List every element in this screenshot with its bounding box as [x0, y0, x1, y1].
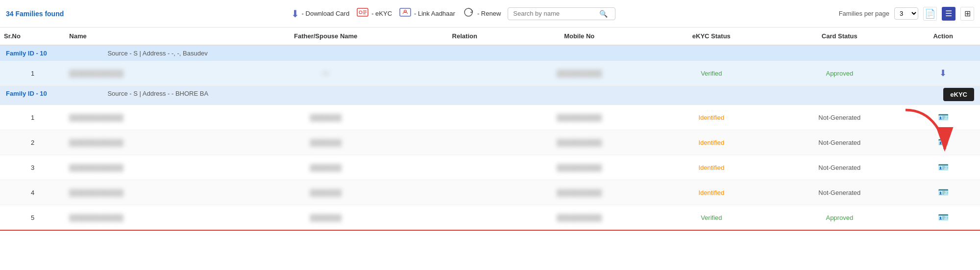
grid-icon: ⊞ — [964, 9, 971, 18]
cell-card-status: Approved — [773, 61, 906, 86]
list-icon: ☰ — [945, 9, 952, 18]
family2-meta: Source - S | Address - - BHORE BA — [107, 90, 208, 97]
ekyc-icon — [356, 6, 369, 21]
download-card-button[interactable]: ⬇ - Download Card — [291, 8, 350, 20]
col-header-ekyc: eKYC Status — [650, 27, 773, 45]
cell-card-status: Not-Generated — [773, 130, 906, 155]
ekyc-popup: eKYC — [943, 88, 974, 101]
link-aadhaar-icon — [399, 6, 412, 21]
cell-name: ████████████ — [65, 61, 231, 86]
search-box[interactable]: 🔍 — [508, 7, 615, 20]
renew-icon — [462, 6, 475, 21]
cell-name: ████████████ — [65, 105, 231, 130]
link-aadhaar-button[interactable]: - Link Aadhaar — [399, 6, 455, 21]
cell-action[interactable]: 🪪 — [906, 130, 980, 155]
cell-card-status: Not-Generated — [773, 105, 906, 130]
data-table-container: Sr.No Name Father/Spouse Name Relation M… — [0, 27, 980, 231]
cell-ekyc-status: Verified — [650, 61, 773, 86]
per-page-select[interactable]: 3 5 10 — [894, 7, 918, 20]
cell-relation — [421, 155, 509, 180]
cell-mobile: ██████████ — [509, 61, 650, 86]
cell-mobile: ██████████ — [509, 205, 650, 231]
pdf-export-button[interactable]: 📄 — [923, 7, 937, 21]
renew-label: - Renew — [477, 10, 501, 17]
cell-name: ████████████ — [65, 180, 231, 205]
cell-action[interactable]: 🪪 — [906, 205, 980, 231]
cell-name: ████████████ — [65, 205, 231, 231]
ekyc-action-button-2[interactable]: 🪪 — [936, 135, 951, 150]
list-view-button[interactable]: ☰ — [942, 7, 956, 21]
cell-mobile: ██████████ — [509, 130, 650, 155]
cell-relation — [421, 180, 509, 205]
family-row-1: Family ID - 10 Source - S | Address - -,… — [0, 45, 980, 61]
toolbar-right: Families per page 3 5 10 📄 ☰ ⊞ — [839, 7, 974, 21]
family1-id-label: Family ID - 10 — [6, 50, 49, 57]
cell-card-status: Not-Generated — [773, 155, 906, 180]
renew-button[interactable]: - Renew — [462, 6, 501, 21]
cell-sr: 5 — [0, 205, 65, 231]
table-row: 1 ████████████ 89 ██████████ Verified Ap… — [0, 61, 980, 86]
cell-sr: 2 — [0, 130, 65, 155]
table-row: 2 ████████████ ███████ ██████████ Identi… — [0, 130, 980, 155]
ekyc-action-button-5[interactable]: 🪪 — [936, 210, 951, 225]
svg-point-1 — [359, 11, 362, 14]
cell-action[interactable]: 🪪 — [906, 180, 980, 205]
ekyc-label: - eKYC — [371, 10, 392, 17]
ekyc-action-button-1[interactable]: 🪪 — [936, 110, 951, 125]
cell-sr: 4 — [0, 180, 65, 205]
cell-ekyc-status: Identified — [650, 130, 773, 155]
col-header-srno: Sr.No — [0, 27, 65, 45]
cell-father: 89 — [231, 61, 421, 86]
cell-father: ███████ — [231, 205, 421, 231]
ekyc-action-button-4[interactable]: 🪪 — [936, 185, 951, 200]
family1-meta: Source - S | Address - -, -, Basudev — [107, 50, 207, 57]
grid-view-button[interactable]: ⊞ — [960, 7, 974, 21]
col-header-name: Name — [65, 27, 231, 45]
cell-relation — [421, 105, 509, 130]
ekyc-button[interactable]: - eKYC — [356, 6, 392, 21]
pdf-icon: 📄 — [925, 8, 935, 19]
cell-relation — [421, 130, 509, 155]
table-row: 4 ████████████ ███████ ██████████ Identi… — [0, 180, 980, 205]
cell-name: ████████████ — [65, 155, 231, 180]
family2-id-label: Family ID - 10 — [6, 90, 49, 97]
col-header-card: Card Status — [773, 27, 906, 45]
cell-father: ███████ — [231, 105, 421, 130]
search-icon: 🔍 — [599, 10, 608, 18]
ekyc-action-button-3[interactable]: 🪪 — [936, 160, 951, 175]
cell-father: ███████ — [231, 155, 421, 180]
col-header-action: Action — [906, 27, 980, 45]
families-count: 34 Families found — [6, 10, 64, 18]
cell-relation — [421, 205, 509, 231]
table-row: 1 ████████████ ███████ ██████████ Identi… — [0, 105, 980, 130]
families-table: Sr.No Name Father/Spouse Name Relation M… — [0, 27, 980, 231]
toolbar-actions: ⬇ - Download Card - eKYC — [75, 6, 831, 21]
cell-mobile: ██████████ — [509, 105, 650, 130]
link-aadhaar-label: - Link Aadhaar — [414, 10, 455, 17]
cell-mobile: ██████████ — [509, 155, 650, 180]
family1-id-text: Family ID - 10 — [6, 50, 47, 57]
table-header-row: Sr.No Name Father/Spouse Name Relation M… — [0, 27, 980, 45]
cell-action[interactable]: 🪪 — [906, 105, 980, 130]
cell-father: ███████ — [231, 180, 421, 205]
cell-card-status: Not-Generated — [773, 180, 906, 205]
family2-id-text: Family ID - 10 — [6, 90, 47, 97]
cell-father: ███████ — [231, 130, 421, 155]
search-input[interactable] — [513, 10, 596, 17]
download-action-button[interactable]: ⬇ — [936, 66, 951, 81]
cell-card-status: Approved — [773, 205, 906, 231]
cell-mobile: ██████████ — [509, 180, 650, 205]
col-header-mobile: Mobile No — [509, 27, 650, 45]
table-row: 5 ████████████ ███████ ██████████ Verifi… — [0, 205, 980, 231]
col-header-relation: Relation — [421, 27, 509, 45]
cell-relation — [421, 61, 509, 86]
table-row: 3 ████████████ ███████ ██████████ Identi… — [0, 155, 980, 180]
cell-sr: 1 — [0, 61, 65, 86]
cell-action[interactable]: ⬇ — [906, 61, 980, 86]
cell-action[interactable]: 🪪 — [906, 155, 980, 180]
cell-sr: 3 — [0, 155, 65, 180]
col-header-father: Father/Spouse Name — [231, 27, 421, 45]
svg-point-6 — [404, 10, 407, 13]
cell-ekyc-status: Verified — [650, 205, 773, 231]
cell-ekyc-status: Identified — [650, 155, 773, 180]
